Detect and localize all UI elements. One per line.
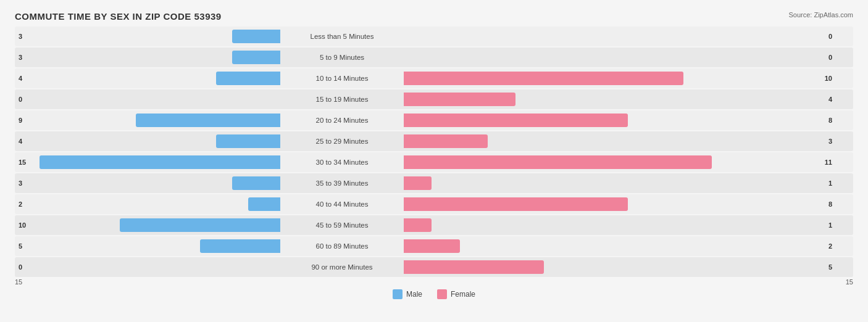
- female-bar: [404, 155, 712, 169]
- table-row: 1045 to 59 Minutes1: [15, 215, 853, 235]
- row-label: 15 to 19 Minutes: [280, 96, 404, 103]
- male-bar: [232, 30, 280, 43]
- left-section: 5: [15, 236, 280, 256]
- male-bar: [200, 239, 280, 253]
- right-section: 2: [404, 236, 836, 256]
- male-bar: [136, 114, 280, 127]
- female-value-label: 0: [828, 33, 832, 40]
- legend-male-label: Male: [406, 290, 422, 299]
- left-section: 0: [15, 89, 280, 109]
- male-value-label: 5: [19, 242, 22, 250]
- row-label: 45 to 59 Minutes: [280, 221, 404, 229]
- male-value-label: 3: [19, 33, 22, 40]
- left-section: 2: [15, 194, 280, 214]
- female-bar: [404, 134, 488, 148]
- table-row: 015 to 19 Minutes4: [15, 89, 853, 109]
- axis-right: 15: [846, 278, 853, 286]
- table-row: 425 to 29 Minutes3: [15, 131, 853, 151]
- female-value-label: 1: [828, 221, 832, 229]
- male-value-label: 3: [19, 54, 22, 61]
- table-row: 35 to 9 Minutes0: [15, 47, 853, 67]
- legend-male: Male: [393, 289, 422, 299]
- legend-female-box: [437, 289, 447, 299]
- left-section: 10: [15, 215, 280, 235]
- table-row: 240 to 44 Minutes8: [15, 194, 853, 214]
- legend-female-label: Female: [451, 290, 475, 299]
- male-bar: [216, 72, 280, 85]
- left-section: 4: [15, 131, 280, 151]
- female-bar: [404, 197, 628, 211]
- male-bar: [248, 197, 280, 211]
- legend-female: Female: [437, 289, 475, 299]
- left-section: 4: [15, 68, 280, 88]
- female-bar: [404, 260, 544, 274]
- female-bar: [404, 239, 460, 253]
- right-section: 0: [404, 27, 836, 46]
- table-row: 920 to 24 Minutes8: [15, 110, 853, 130]
- table-row: 3Less than 5 Minutes0: [15, 27, 853, 46]
- male-bar: [232, 51, 280, 64]
- left-section: 3: [15, 27, 280, 46]
- row-label: 90 or more Minutes: [280, 263, 404, 271]
- male-value-label: 4: [19, 75, 22, 82]
- axis-labels: 15 15: [15, 278, 853, 286]
- row-label: 40 to 44 Minutes: [280, 200, 404, 208]
- left-section: 3: [15, 173, 280, 193]
- male-bar: [216, 134, 280, 148]
- female-value-label: 11: [825, 159, 832, 166]
- male-value-label: 9: [19, 117, 22, 124]
- legend: Male Female: [15, 289, 853, 299]
- female-value-label: 1: [828, 180, 832, 187]
- right-section: 8: [404, 110, 836, 130]
- left-section: 3: [15, 47, 280, 67]
- row-label: 30 to 34 Minutes: [280, 159, 404, 166]
- female-value-label: 0: [828, 54, 832, 61]
- right-section: 11: [404, 152, 836, 172]
- chart-title: COMMUTE TIME BY SEX IN ZIP CODE 53939: [15, 11, 853, 22]
- female-value-label: 8: [828, 117, 832, 124]
- female-bar: [404, 218, 432, 232]
- chart-container: COMMUTE TIME BY SEX IN ZIP CODE 53939 So…: [0, 0, 868, 322]
- female-value-label: 4: [828, 96, 832, 103]
- male-value-label: 15: [19, 159, 26, 166]
- male-value-label: 3: [19, 180, 22, 187]
- left-section: 9: [15, 110, 280, 130]
- table-row: 090 or more Minutes5: [15, 257, 853, 277]
- female-bar: [404, 93, 515, 106]
- row-label: 5 to 9 Minutes: [280, 54, 404, 61]
- table-row: 1530 to 34 Minutes11: [15, 152, 853, 172]
- right-section: 10: [404, 68, 836, 88]
- female-bar: [404, 176, 432, 190]
- male-bar: [120, 218, 280, 232]
- row-label: 20 to 24 Minutes: [280, 117, 404, 124]
- male-value-label: 2: [19, 200, 22, 208]
- rows-area: 3Less than 5 Minutes035 to 9 Minutes0410…: [15, 27, 853, 277]
- female-value-label: 2: [828, 242, 832, 250]
- table-row: 410 to 14 Minutes10: [15, 68, 853, 88]
- row-label: Less than 5 Minutes: [280, 33, 404, 40]
- row-label: 25 to 29 Minutes: [280, 138, 404, 145]
- left-section: 15: [15, 152, 280, 172]
- male-bar: [232, 176, 280, 190]
- right-section: 5: [404, 257, 836, 277]
- male-bar: [40, 155, 280, 169]
- female-bar: [404, 72, 683, 85]
- male-value-label: 0: [19, 96, 22, 103]
- row-label: 35 to 39 Minutes: [280, 180, 404, 187]
- female-value-label: 3: [828, 138, 832, 145]
- right-section: 0: [404, 47, 836, 67]
- table-row: 560 to 89 Minutes2: [15, 236, 853, 256]
- row-label: 10 to 14 Minutes: [280, 75, 404, 82]
- female-bar: [404, 114, 628, 127]
- male-value-label: 0: [19, 263, 22, 271]
- left-section: 0: [15, 257, 280, 277]
- axis-left: 15: [15, 278, 22, 286]
- female-value-label: 5: [828, 263, 832, 271]
- source-label: Source: ZipAtlas.com: [788, 11, 853, 19]
- row-label: 60 to 89 Minutes: [280, 242, 404, 250]
- right-section: 8: [404, 194, 836, 214]
- female-value-label: 10: [825, 75, 832, 82]
- legend-male-box: [393, 289, 403, 299]
- right-section: 4: [404, 89, 836, 109]
- female-value-label: 8: [828, 200, 832, 208]
